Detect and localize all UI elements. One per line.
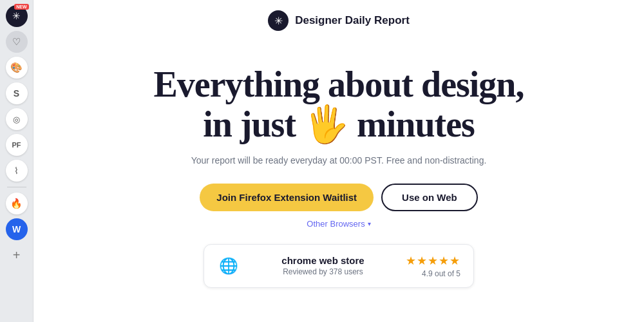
layers-icon: ◎ <box>13 115 20 124</box>
hero-subtext: Your report will be ready everyday at 00… <box>191 155 487 166</box>
sidebar-icon-sketch[interactable]: S <box>6 82 28 104</box>
main-content: ✳ Designer Daily Report Everything about… <box>33 0 644 322</box>
chrome-info: chrome web store Reviewed by 378 users <box>253 255 393 276</box>
plus-icon: + <box>13 248 21 263</box>
sidebar-icon-bookmark[interactable]: PF <box>6 134 28 156</box>
sketch-icon: S <box>14 88 19 99</box>
logo-icon: ✳ <box>274 15 283 27</box>
palette-icon: 🎨 <box>10 62 23 73</box>
header: ✳ Designer Daily Report <box>59 0 618 44</box>
firefox-waitlist-button[interactable]: Join Firefox Extension Waitlist <box>200 184 374 211</box>
bookmark-icon: PF <box>12 141 21 149</box>
chrome-store-name: chrome web store <box>253 255 393 266</box>
use-on-web-button[interactable]: Use on Web <box>381 184 478 211</box>
chrome-logo: 🌐 <box>217 254 240 278</box>
chevron-down-icon: ▾ <box>368 220 371 227</box>
hero-section: Everything about design, in just 🖐 minut… <box>154 44 524 322</box>
button-row: Join Firefox Extension Waitlist Use on W… <box>200 184 477 211</box>
chrome-store-card: 🌐 chrome web store Reviewed by 378 users… <box>204 244 474 288</box>
app-icon: ✳ <box>12 10 21 22</box>
new-badge: New <box>14 4 28 10</box>
header-title: Designer Daily Report <box>295 14 410 27</box>
sidebar: ✳ New ♡ 🎨 S ◎ PF ⌇ 🔥 W + <box>0 0 33 322</box>
hero-heading: Everything about design, in just 🖐 minut… <box>154 65 524 144</box>
other-browsers-label: Other Browsers <box>307 219 365 229</box>
fire-icon: 🔥 <box>10 198 23 209</box>
sidebar-icon-app[interactable]: ✳ New <box>6 5 28 27</box>
other-browsers-link[interactable]: Other Browsers ▾ <box>307 219 370 229</box>
w-icon: W <box>12 224 21 234</box>
header-logo: ✳ <box>268 10 289 31</box>
sidebar-icon-fire[interactable]: 🔥 <box>6 193 28 214</box>
heart-icon: ♡ <box>12 36 21 48</box>
sidebar-icon-heart[interactable]: ♡ <box>6 31 28 53</box>
sidebar-icon-chart[interactable]: ⌇ <box>6 160 28 182</box>
sidebar-divider <box>7 187 26 187</box>
sidebar-add-button[interactable]: + <box>6 244 28 266</box>
rating-section: ★★★★★ 4.9 out of 5 <box>406 254 460 278</box>
sidebar-icon-layers[interactable]: ◎ <box>6 108 28 130</box>
hero-heading-line1: Everything about design, <box>154 64 524 104</box>
star-rating: ★★★★★ <box>406 254 460 268</box>
chrome-reviewed-text: Reviewed by 378 users <box>253 267 393 276</box>
rating-text: 4.9 out of 5 <box>422 269 460 278</box>
sidebar-icon-w[interactable]: W <box>6 218 28 240</box>
hero-heading-line2: in just 🖐 minutes <box>203 104 475 144</box>
sidebar-icon-palette[interactable]: 🎨 <box>6 57 28 79</box>
chart-icon: ⌇ <box>14 166 19 176</box>
